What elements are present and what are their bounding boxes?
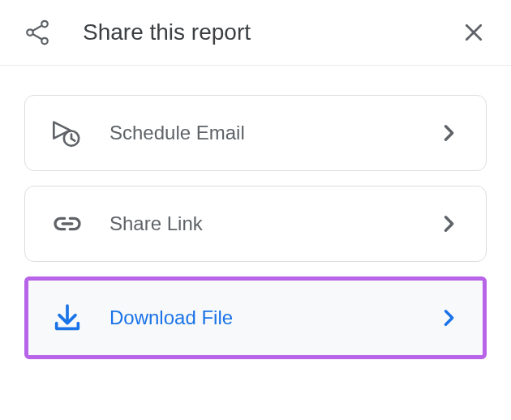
options-list: Schedule Email Share Link — [0, 66, 511, 388]
close-button[interactable] — [459, 18, 488, 47]
chevron-right-icon — [437, 212, 460, 235]
share-icon — [23, 18, 52, 47]
link-icon — [51, 208, 84, 240]
option-label: Download File — [110, 306, 437, 329]
share-link-option[interactable]: Share Link — [24, 186, 487, 262]
option-label: Schedule Email — [110, 122, 437, 144]
svg-line-3 — [32, 25, 41, 31]
close-icon — [462, 20, 486, 45]
schedule-email-option[interactable]: Schedule Email — [24, 95, 487, 171]
svg-point-1 — [27, 29, 33, 36]
svg-line-4 — [32, 34, 41, 40]
svg-point-2 — [41, 38, 48, 45]
schedule-email-icon — [51, 117, 84, 149]
download-file-option[interactable]: Download File — [24, 276, 487, 359]
chevron-right-icon — [437, 122, 460, 144]
dialog-header: Share this report — [0, 0, 511, 66]
chevron-right-icon — [437, 306, 460, 329]
svg-point-0 — [41, 21, 48, 28]
dialog-title: Share this report — [83, 19, 459, 45]
option-label: Share Link — [110, 212, 437, 235]
download-icon — [51, 302, 84, 334]
